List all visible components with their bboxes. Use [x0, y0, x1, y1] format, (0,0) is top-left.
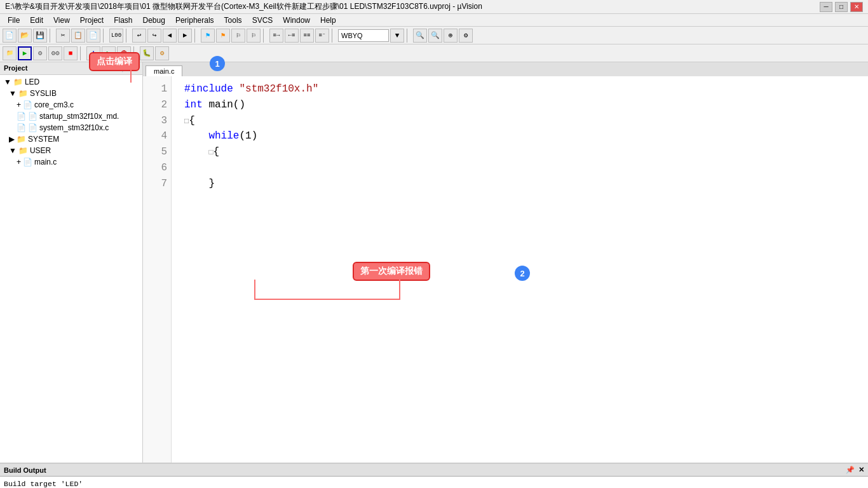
bookmark2-button[interactable]: ⚑ [216, 29, 230, 43]
maximize-button[interactable]: □ [835, 2, 848, 12]
indent-button[interactable]: ≡→ [269, 29, 283, 43]
menu-flash[interactable]: Flash [109, 15, 137, 26]
run-btn[interactable]: ▶ [102, 46, 116, 60]
undo-button[interactable]: ↩ [132, 29, 146, 43]
menu-file[interactable]: File [3, 15, 25, 26]
project-panel-controls: 📌 ✕ [121, 64, 139, 72]
menu-project[interactable]: Project [75, 15, 109, 26]
bookmark3-button[interactable]: ⚐ [231, 29, 245, 43]
save-button[interactable]: 💾 [33, 29, 47, 43]
download-btn[interactable]: ⬇ [86, 46, 100, 60]
tree-item-syslib[interactable]: ▼ 📁 SYSLIB [1, 88, 141, 99]
separator-5 [263, 29, 267, 43]
file-icon: 📄 [28, 112, 37, 121]
project-btn[interactable]: 📁 [3, 46, 17, 60]
build-btn2[interactable]: ⚙ [33, 46, 47, 60]
tree-item-label: main.c [34, 158, 57, 166]
project-tree: ▼ 📁 LED ▼ 📁 SYSLIB + 📄 core_cm3.c 📄 📄 st… [0, 75, 142, 463]
code-line-6 [184, 160, 868, 176]
tree-item-core-cm3[interactable]: + 📄 core_cm3.c [1, 99, 141, 111]
tree-item-label: startup_stm32f10x_md. [39, 112, 119, 121]
separator-t2-2 [133, 46, 137, 60]
build-output-content[interactable]: Build target 'LED' compiling core_cm3.c.… [0, 477, 868, 488]
code-tab-main[interactable]: main.c [146, 65, 182, 76]
tree-item-system-folder[interactable]: ▶ 📁 SYSTEM [1, 133, 141, 145]
build-close-icon[interactable]: ✕ [858, 466, 864, 474]
line-num-3: 3 [143, 113, 167, 129]
back-button[interactable]: ◄ [163, 29, 177, 43]
tree-item-led[interactable]: ▼ 📁 LED [1, 76, 141, 88]
compile-button[interactable]: ▶ [18, 46, 32, 60]
close-button[interactable]: ✕ [850, 2, 863, 12]
build-output-controls: 📌 ✕ [846, 466, 864, 474]
tree-item-label: system_stm32f10x.c [39, 123, 109, 132]
settings-button[interactable]: ⚙ [459, 29, 473, 43]
separator-7 [407, 29, 410, 43]
search-dropdown-button[interactable]: ▼ [390, 29, 404, 43]
find-button[interactable]: 🔍 [413, 29, 427, 43]
erase-btn[interactable]: 🗑 [117, 46, 131, 60]
log-button[interactable]: L00 [109, 29, 123, 43]
indent2-button[interactable]: ≡≡ [300, 29, 314, 43]
project-close-icon[interactable]: ✕ [133, 64, 139, 72]
menu-svcs[interactable]: SVCS [247, 15, 278, 26]
code-body[interactable]: #include "stm32f10x.h" int main() □{ whi… [172, 76, 868, 463]
stop-btn[interactable]: ■ [64, 46, 78, 60]
forward-button[interactable]: ► [178, 29, 192, 43]
menu-edit[interactable]: Edit [25, 15, 48, 26]
copy-button[interactable]: 📋 [71, 29, 85, 43]
line-num-7: 7 [143, 176, 167, 192]
tree-item-label: core_cm3.c [34, 100, 74, 109]
tree-item-label: SYSTEM [28, 135, 59, 144]
magnify-button[interactable]: ⊕ [444, 29, 458, 43]
bookmark1-button[interactable]: ⚑ [201, 29, 215, 43]
project-header-label: Project [4, 64, 27, 72]
comment-button[interactable]: ≡⁻ [315, 29, 329, 43]
tree-item-main-c[interactable]: + 📄 main.c [1, 156, 141, 168]
project-panel-header: Project 📌 ✕ [0, 62, 142, 75]
code-line-4: while(1) [184, 128, 868, 144]
code-line-2: int main() [184, 97, 868, 113]
tree-item-system[interactable]: 📄 📄 system_stm32f10x.c [1, 122, 141, 133]
build-pin-icon[interactable]: 📌 [846, 466, 855, 474]
tree-item-label: USER [30, 146, 51, 155]
expand-icon: + [17, 158, 21, 166]
code-line-1: #include "stm32f10x.h" [184, 81, 868, 97]
minimize-button[interactable]: ─ [820, 2, 832, 12]
cut-button[interactable]: ✂ [56, 29, 70, 43]
tree-item-startup[interactable]: 📄 📄 startup_stm32f10x_md. [1, 111, 141, 122]
build-output-title: Build Output [4, 466, 46, 474]
menu-debug[interactable]: Debug [138, 15, 170, 26]
menu-help[interactable]: Help [315, 15, 341, 26]
title-bar: E:\教学&项目开发\开发项目\2018年项目\01 微型物联网开发平台(Cor… [0, 0, 868, 14]
redo-button[interactable]: ↪ [147, 29, 161, 43]
menu-peripherals[interactable]: Peripherals [170, 15, 219, 26]
expand-icon: ▼ [9, 146, 17, 155]
menu-view[interactable]: View [48, 15, 75, 26]
window-title: E:\教学&项目开发\开发项目\2018年项目\01 微型物联网开发平台(Cor… [5, 1, 820, 12]
rebuild-btn[interactable]: ⚙⚙ [48, 46, 62, 60]
separator-3 [126, 29, 130, 43]
toolbar-1: 📄 📂 💾 ✂ 📋 📄 L00 ↩ ↪ ◄ ► ⚑ ⚑ ⚐ ⚐ ≡→ ←≡ ≡≡… [0, 27, 868, 44]
menu-window[interactable]: Window [278, 15, 315, 26]
separator-6 [332, 29, 336, 43]
bookmark4-button[interactable]: ⚐ [247, 29, 261, 43]
search-input[interactable] [338, 29, 389, 42]
code-line-5: □{ [184, 144, 868, 160]
debug-btn[interactable]: 🐛 [140, 46, 154, 60]
open-button[interactable]: 📂 [18, 29, 32, 43]
project-pin-icon[interactable]: 📌 [121, 64, 130, 72]
new-file-button[interactable]: 📄 [3, 29, 17, 43]
outdent-button[interactable]: ←≡ [285, 29, 299, 43]
paste-button[interactable]: 📄 [86, 29, 100, 43]
search2-button[interactable]: 🔍 [428, 29, 442, 43]
tree-item-user[interactable]: ▼ 📁 USER [1, 145, 141, 156]
folder-icon: 📁 [18, 146, 28, 155]
code-content[interactable]: 1 2 3 4 5 6 7 #include "stm32f10x.h" int… [143, 76, 868, 463]
target-options-btn[interactable]: ⚙ [155, 46, 169, 60]
expand-icon: + [17, 100, 21, 109]
menu-tools[interactable]: Tools [219, 15, 247, 26]
expand-icon: ▼ [4, 78, 11, 86]
expand-icon: 📄 [17, 112, 26, 121]
line-num-5: 5 [143, 144, 167, 160]
